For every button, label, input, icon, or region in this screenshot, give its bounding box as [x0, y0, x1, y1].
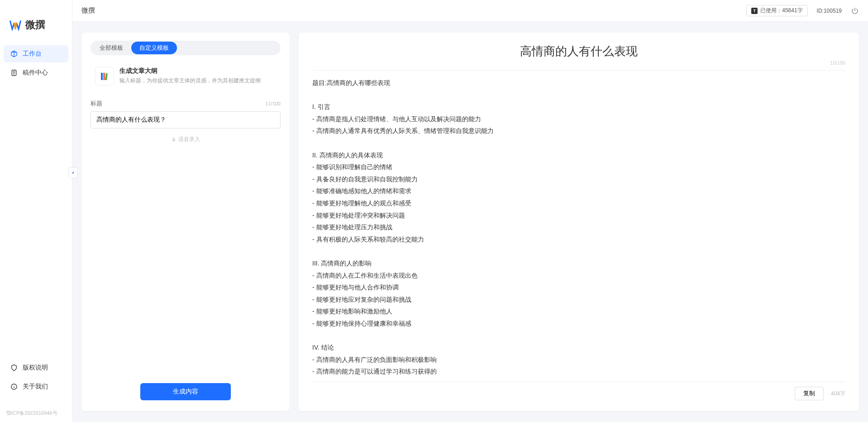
tab-all-templates[interactable]: 全部模板 — [91, 42, 131, 54]
output-panel: 高情商的人有什么表现 10/100 题目:高情商的人有哪些表现 I. 引言 - … — [299, 33, 859, 411]
nav-copyright[interactable]: 版权说明 — [4, 359, 68, 376]
books-icon — [95, 67, 114, 86]
input-panel: 全部模板 自定义模板 生成文章大纲 输入标题，为你提供文章主体的灵感，并为其创建… — [81, 33, 290, 411]
usage-text: 已使用：45641字 — [760, 7, 802, 14]
cube-icon — [10, 50, 18, 58]
template-card[interactable]: 生成文章大纲 输入标题，为你提供文章主体的灵感，并为其创建推文提纲 — [91, 62, 281, 90]
power-icon[interactable] — [851, 7, 859, 15]
output-body[interactable]: 题目:高情商的人有哪些表现 I. 引言 - 高情商是指人们处理情绪、与他人互动以… — [312, 77, 845, 376]
logo: 微撰 — [0, 0, 72, 45]
user-id: ID:100519 — [817, 8, 842, 14]
voice-input-button[interactable]: 语音录入 — [91, 136, 281, 143]
topbar: 微撰 T 已使用：45641字 ID:100519 — [72, 0, 868, 22]
main-nav: 工作台 稿件中心 — [0, 45, 72, 356]
document-icon — [10, 69, 18, 77]
output-title[interactable]: 高情商的人有什么表现 — [312, 43, 845, 59]
usage-badge[interactable]: T 已使用：45641字 — [746, 5, 807, 16]
logo-icon — [9, 19, 22, 31]
nav-label: 稿件中心 — [23, 69, 48, 77]
template-title: 生成文章大纲 — [119, 67, 276, 75]
footer-nav: 版权说明 关于我们 — [0, 356, 72, 401]
logo-text: 微撰 — [25, 18, 45, 32]
tab-custom-templates[interactable]: 自定义模板 — [131, 42, 177, 54]
title-input[interactable] — [91, 111, 281, 128]
info-icon — [10, 383, 18, 391]
template-tabs: 全部模板 自定义模板 — [91, 41, 281, 55]
output-title-count: 10/100 — [830, 60, 845, 66]
generate-button[interactable]: 生成内容 — [140, 383, 231, 400]
nav-about[interactable]: 关于我们 — [4, 378, 68, 395]
nav-workspace[interactable]: 工作台 — [4, 45, 68, 62]
icp-text: 鄂ICP备2022016946号 — [0, 410, 72, 422]
nav-drafts[interactable]: 稿件中心 — [4, 64, 68, 81]
nav-label: 工作台 — [23, 50, 42, 58]
text-icon: T — [751, 8, 758, 14]
page-title: 微撰 — [81, 6, 95, 15]
svg-rect-7 — [101, 73, 103, 80]
nav-label: 版权说明 — [23, 364, 48, 372]
output-word-count: 404字 — [831, 390, 845, 398]
sidebar-collapse-button[interactable] — [68, 167, 77, 178]
svg-rect-8 — [103, 73, 105, 80]
microphone-icon — [171, 137, 176, 142]
template-desc: 输入标题，为你提供文章主体的灵感，并为其创建推文提纲 — [119, 77, 276, 85]
title-char-count: 11/100 — [265, 101, 281, 106]
main: 微撰 T 已使用：45641字 ID:100519 全部模板 自定义模板 — [72, 0, 868, 422]
chevron-left-icon — [70, 170, 76, 175]
svg-rect-10 — [173, 138, 175, 140]
copy-button[interactable]: 复制 — [795, 387, 824, 400]
svg-rect-9 — [105, 73, 108, 80]
title-field-label: 标题 — [91, 100, 102, 108]
shield-icon — [10, 364, 18, 372]
nav-label: 关于我们 — [23, 383, 48, 391]
divider — [312, 70, 845, 71]
sidebar: 微撰 工作台 稿件中心 版权说明 关于我们 鄂ICP备2022016946号 — [0, 0, 72, 422]
